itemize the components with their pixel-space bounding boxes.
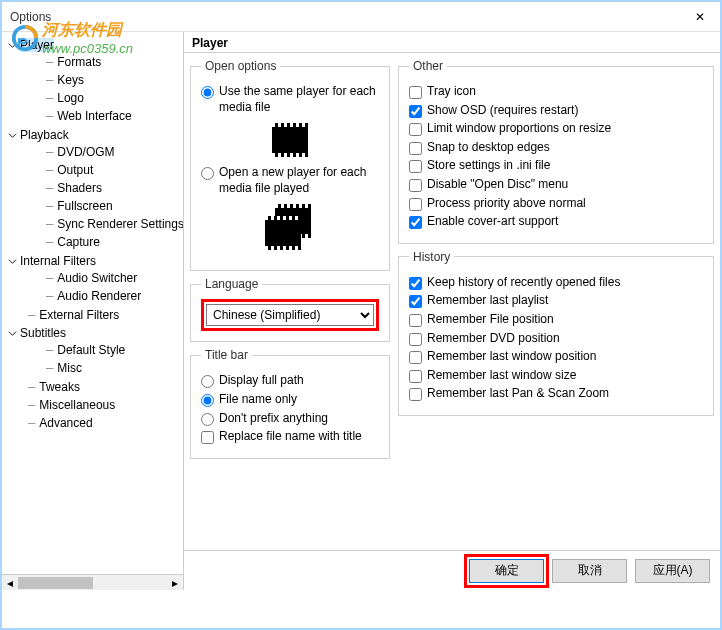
check-tray-icon-label: Tray icon (427, 84, 476, 100)
close-icon: ✕ (695, 10, 705, 24)
radio-full-path[interactable] (201, 375, 214, 388)
check-remember-win-size-label: Remember last window size (427, 368, 576, 384)
check-remember-file-pos-label: Remember File position (427, 312, 554, 328)
language-legend: Language (201, 277, 262, 291)
check-remember-file-pos[interactable] (409, 314, 422, 327)
check-snap-desktop[interactable] (409, 142, 422, 155)
tree-node-dvd[interactable]: —DVD/OGM (46, 144, 183, 160)
tree-node-tweaks[interactable]: —Tweaks (28, 379, 183, 395)
language-group: Language Chinese (Simplified) (190, 277, 390, 342)
history-group: History Keep history of recently opened … (398, 250, 714, 416)
check-ini-file[interactable] (409, 160, 422, 173)
options-tree[interactable]: Player —Formats —Keys —Logo —Web Interfa… (2, 32, 183, 574)
titlebar-legend: Title bar (201, 348, 252, 362)
titlebar-group: Title bar Display full path File name on… (190, 348, 390, 458)
radio-same-player[interactable] (201, 86, 214, 99)
tree-node-shaders[interactable]: —Shaders (46, 180, 183, 196)
tree-node-player[interactable]: Player (6, 37, 183, 53)
expand-icon[interactable] (6, 129, 18, 141)
radio-no-prefix[interactable] (201, 413, 214, 426)
check-snap-desktop-label: Snap to desktop edges (427, 140, 550, 156)
check-remember-win-pos[interactable] (409, 351, 422, 364)
check-remember-win-pos-label: Remember last window position (427, 349, 596, 365)
open-options-group: Open options Use the same player for eac… (190, 59, 390, 271)
scroll-right-icon[interactable]: ▸ (167, 575, 183, 591)
tree-node-external-filters[interactable]: —External Filters (28, 307, 183, 323)
radio-no-prefix-label: Don't prefix anything (219, 411, 328, 427)
film-icon (272, 127, 308, 153)
expand-icon[interactable] (6, 327, 18, 339)
check-show-osd[interactable] (409, 105, 422, 118)
scroll-thumb[interactable] (18, 577, 93, 589)
tree-node-fullscreen[interactable]: —Fullscreen (46, 198, 183, 214)
check-keep-history-label: Keep history of recently opened files (427, 275, 620, 291)
expand-icon[interactable] (6, 39, 18, 51)
radio-full-path-label: Display full path (219, 373, 304, 389)
tree-node-web-interface[interactable]: —Web Interface (46, 108, 183, 124)
other-group: Other Tray icon Show OSD (requires resta… (398, 59, 714, 244)
check-remember-pan-zoom[interactable] (409, 388, 422, 401)
check-cover-art[interactable] (409, 216, 422, 229)
scroll-left-icon[interactable]: ◂ (2, 575, 18, 591)
check-limit-window[interactable] (409, 123, 422, 136)
panel-title: Player (184, 32, 720, 53)
tree-node-default-style[interactable]: —Default Style (46, 342, 183, 358)
tree-node-capture[interactable]: —Capture (46, 234, 183, 250)
check-process-priority-label: Process priority above normal (427, 196, 586, 212)
language-select[interactable]: Chinese (Simplified) (206, 304, 374, 326)
check-replace-filename[interactable] (201, 431, 214, 444)
check-cover-art-label: Enable cover-art support (427, 214, 558, 230)
check-remember-playlist[interactable] (409, 295, 422, 308)
close-button[interactable]: ✕ (680, 2, 720, 32)
window-title: Options (10, 10, 51, 24)
tree-node-keys[interactable]: —Keys (46, 72, 183, 88)
language-highlight: Chinese (Simplified) (201, 299, 379, 331)
button-bar: 确定 取消 应用(A) (184, 550, 720, 590)
check-show-osd-label: Show OSD (requires restart) (427, 103, 578, 119)
check-remember-playlist-label: Remember last playlist (427, 293, 548, 309)
tree-hscrollbar[interactable]: ◂ ▸ (2, 574, 183, 590)
check-ini-file-label: Store settings in .ini file (427, 158, 550, 174)
tree-node-internal-filters[interactable]: Internal Filters (6, 253, 183, 269)
expand-icon[interactable] (6, 255, 18, 267)
check-process-priority[interactable] (409, 198, 422, 211)
other-legend: Other (409, 59, 447, 73)
check-tray-icon[interactable] (409, 86, 422, 99)
tree-node-sync-renderer[interactable]: —Sync Renderer Settings (46, 216, 183, 232)
check-remember-pan-zoom-label: Remember last Pan & Scan Zoom (427, 386, 609, 402)
check-remember-win-size[interactable] (409, 370, 422, 383)
tree-node-audio-switcher[interactable]: —Audio Switcher (46, 270, 183, 286)
check-replace-filename-label: Replace file name with title (219, 429, 362, 445)
check-remember-dvd-pos[interactable] (409, 333, 422, 346)
radio-filename-only[interactable] (201, 394, 214, 407)
check-disable-open-disc-label: Disable "Open Disc" menu (427, 177, 568, 193)
open-options-legend: Open options (201, 59, 280, 73)
ok-button[interactable]: 确定 (469, 559, 544, 583)
tree-node-misc-subtitles[interactable]: —Misc (46, 360, 183, 376)
apply-button[interactable]: 应用(A) (635, 559, 710, 583)
tree-node-audio-renderer[interactable]: —Audio Renderer (46, 288, 183, 304)
check-remember-dvd-pos-label: Remember DVD position (427, 331, 560, 347)
tree-node-output[interactable]: —Output (46, 162, 183, 178)
check-keep-history[interactable] (409, 277, 422, 290)
radio-new-player-label: Open a new player for each media file pl… (219, 165, 379, 196)
tree-node-subtitles[interactable]: Subtitles (6, 325, 183, 341)
tree-node-formats[interactable]: —Formats (46, 54, 183, 70)
check-limit-window-label: Limit window proportions on resize (427, 121, 611, 137)
cancel-button[interactable]: 取消 (552, 559, 627, 583)
radio-same-player-label: Use the same player for each media file (219, 84, 379, 115)
radio-new-player[interactable] (201, 167, 214, 180)
tree-node-logo[interactable]: —Logo (46, 90, 183, 106)
history-legend: History (409, 250, 454, 264)
scroll-track[interactable] (18, 575, 167, 591)
check-disable-open-disc[interactable] (409, 179, 422, 192)
options-tree-panel: Player —Formats —Keys —Logo —Web Interfa… (2, 32, 184, 590)
radio-filename-only-label: File name only (219, 392, 297, 408)
tree-node-miscellaneous[interactable]: —Miscellaneous (28, 397, 183, 413)
tree-node-playback[interactable]: Playback (6, 127, 183, 143)
window-titlebar: Options ✕ (2, 2, 720, 32)
tree-node-advanced[interactable]: —Advanced (28, 415, 183, 431)
film-stack-icon (265, 208, 315, 248)
